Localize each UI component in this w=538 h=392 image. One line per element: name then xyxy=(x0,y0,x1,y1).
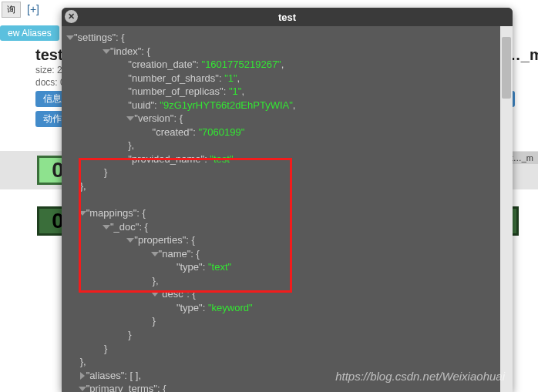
modal-title-bar: ✕ test xyxy=(62,8,513,26)
add-tab-button[interactable]: [+] xyxy=(21,3,45,15)
json-viewer[interactable]: "settings": { "index": { "creation_date"… xyxy=(62,26,500,392)
top-tabs: 询 [+] xyxy=(0,0,45,18)
closed-tab[interactable]: 询 xyxy=(2,2,21,18)
scrollbar-thumb[interactable] xyxy=(502,37,511,99)
close-icon[interactable]: ✕ xyxy=(65,10,78,23)
modal-title: test xyxy=(278,12,296,23)
modal-body: "settings": { "index": { "creation_date"… xyxy=(62,26,513,392)
json-modal: ✕ test "settings": { "index": { "creatio… xyxy=(62,8,513,392)
aliases-button[interactable]: ew Aliases xyxy=(0,25,59,41)
scrollbar-track[interactable] xyxy=(500,26,513,392)
